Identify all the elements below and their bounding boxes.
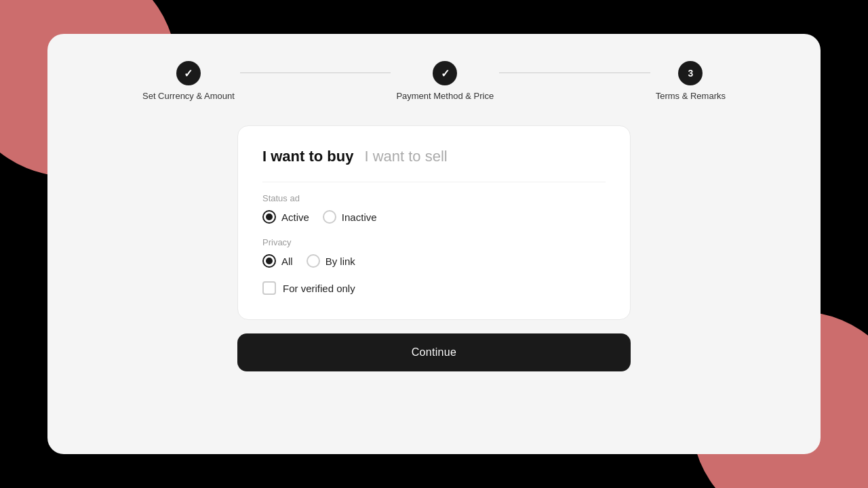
divider-1 bbox=[262, 182, 606, 182]
status-active-radio[interactable] bbox=[262, 210, 276, 224]
privacy-all-option[interactable]: All bbox=[262, 254, 293, 268]
privacy-label: Privacy bbox=[262, 237, 606, 247]
privacy-bylink-label: By link bbox=[326, 256, 355, 267]
tab-sell[interactable]: I want to sell bbox=[364, 148, 447, 165]
status-active-label: Active bbox=[281, 211, 309, 223]
status-inactive-option[interactable]: Inactive bbox=[323, 210, 377, 224]
privacy-all-radio[interactable] bbox=[262, 254, 276, 268]
privacy-bylink-option[interactable]: By link bbox=[307, 254, 355, 268]
verified-only-checkbox[interactable] bbox=[262, 281, 276, 295]
privacy-bylink-radio[interactable] bbox=[307, 254, 320, 268]
verified-only-option[interactable]: For verified only bbox=[262, 281, 606, 295]
status-ad-section: Status ad Active Inactive bbox=[262, 193, 606, 224]
tab-buy[interactable]: I want to buy bbox=[262, 148, 353, 165]
step-2-label: Payment Method & Price bbox=[396, 91, 494, 101]
step-1-label: Set Currency & Amount bbox=[142, 91, 235, 101]
buy-sell-tabs: I want to buy I want to sell bbox=[262, 148, 606, 165]
status-inactive-radio[interactable] bbox=[323, 210, 336, 224]
status-ad-radio-group: Active Inactive bbox=[262, 210, 606, 224]
step-line-2 bbox=[499, 73, 650, 73]
privacy-radio-group: All By link bbox=[262, 254, 606, 268]
continue-button[interactable]: Continue bbox=[237, 333, 631, 371]
step-1-circle bbox=[176, 61, 201, 85]
status-ad-label: Status ad bbox=[262, 193, 606, 203]
status-inactive-label: Inactive bbox=[342, 211, 377, 223]
step-3-label: Terms & Remarks bbox=[656, 91, 726, 101]
step-3-circle: 3 bbox=[678, 61, 703, 85]
step-2-circle bbox=[433, 61, 457, 85]
step-1: Set Currency & Amount bbox=[142, 61, 235, 101]
stepper: Set Currency & Amount Payment Method & P… bbox=[142, 61, 726, 101]
verified-only-label: For verified only bbox=[283, 283, 355, 294]
main-card: Set Currency & Amount Payment Method & P… bbox=[47, 34, 821, 454]
step-2: Payment Method & Price bbox=[396, 61, 494, 101]
step-3: 3 Terms & Remarks bbox=[656, 61, 726, 101]
privacy-all-label: All bbox=[281, 256, 293, 267]
status-active-option[interactable]: Active bbox=[262, 210, 309, 224]
step-line-1 bbox=[240, 73, 391, 73]
content-card: I want to buy I want to sell Status ad A… bbox=[237, 125, 631, 320]
step-3-number: 3 bbox=[688, 68, 693, 79]
privacy-section: Privacy All By link bbox=[262, 237, 606, 268]
